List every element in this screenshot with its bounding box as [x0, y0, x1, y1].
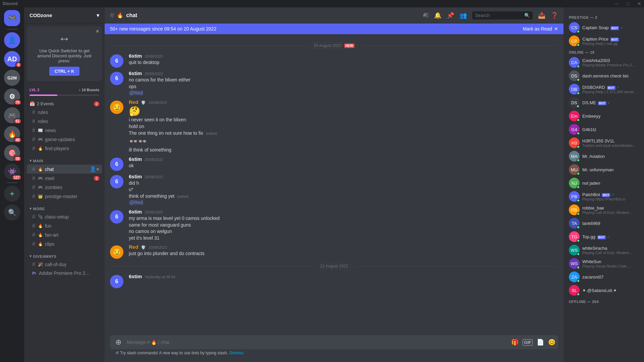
gif-icon[interactable]: GIF [523, 339, 533, 346]
new-messages-banner[interactable]: 50+ new messages since 09:54 on 20 Augus… [105, 23, 564, 34]
member-activity-h3rtl355: Traitors and loyal subordinates... [582, 143, 639, 147]
mark-as-read-button[interactable]: Mark as Read ✕ [523, 26, 558, 32]
member-dsme[interactable]: DS DS.ME BOT ✓ [566, 96, 641, 109]
msg-did-h: did h [129, 180, 558, 187]
hashtag-icon[interactable]: #⃣ [423, 12, 429, 19]
channel-name-mwii: mwii [45, 176, 54, 181]
channel-item-rules[interactable]: # rules [27, 108, 102, 117]
quick-switcher-close[interactable]: ✕ [96, 29, 99, 34]
channel-item-news[interactable]: # 📰 news [27, 126, 102, 135]
member-tank6969[interactable]: TA tank6969 [566, 217, 641, 230]
member-satansloli[interactable]: SL ✦.@SatansLoli.✦ [566, 284, 641, 297]
member-info-mr-aviation: Mr. Aviation [582, 154, 639, 159]
member-caption-price[interactable]: CP Caption Price BOT Playing /help | car… [566, 34, 641, 48]
member-info-whitesun: WhiteSun Playing Visual Studio Code ... [582, 259, 639, 268]
member-topgg[interactable]: TG Top.gg BOT ✓ [566, 230, 641, 243]
member-whitesun[interactable]: WS WhiteSun Playing Visual Studio Code .… [566, 257, 641, 270]
minimize-button[interactable]: ─ [615, 1, 619, 6]
channel-item-mwii[interactable]: # 🎮 mwii 1 [27, 174, 102, 183]
member-captain-soap[interactable]: CS Captain Soap BOT ✓ [566, 21, 641, 34]
search-bar[interactable]: 🔍 [472, 11, 533, 19]
verified-badge: ✓ [620, 25, 624, 30]
message-input-field[interactable] [127, 336, 508, 349]
channel-item-adobe-premiere[interactable]: Pr Adobe Premiere Pro 2... [27, 269, 102, 277]
channel-item-chat[interactable]: # 🔥 chat 👤+ [27, 165, 102, 174]
search-input[interactable] [475, 13, 522, 18]
member-info-tank6969: tank6969 [582, 221, 639, 226]
server-icon-user1[interactable]: 👤 [4, 32, 20, 48]
member-dash-services[interactable]: DS dash.services check bio [566, 69, 641, 82]
channel-item-prestige-master[interactable]: # 👑 prestige-master [27, 192, 102, 201]
member-embeeyy[interactable]: Em Embeeyy [566, 109, 641, 123]
member-name-coolarka: CoolArka2003 [582, 58, 639, 63]
add-server-button[interactable]: + [4, 186, 20, 202]
sticker-icon[interactable]: 📄 [537, 339, 544, 346]
server-icon-s3[interactable]: 🔥 40 [4, 126, 20, 142]
member-mr-aviation[interactable]: MA Mr. Aviation [566, 149, 641, 163]
channel-item-call-of-duy[interactable]: # 🎉 call-of-duy [27, 260, 102, 269]
gift-icon[interactable]: 🎁 [511, 339, 519, 346]
member-h3rtl355[interactable]: H3 H3RTL355 3V1L Traitors and loyal subo… [566, 136, 641, 149]
member-disboard[interactable]: DB DISBOARD BOT ✓ Playing /help | 1,371,… [566, 82, 641, 96]
channel-item-roles[interactable]: # roles [27, 117, 102, 126]
server-icon-s5[interactable]: 👾 127 [4, 164, 20, 180]
member-zacaroni[interactable]: ZA zacaroni07 [566, 270, 641, 284]
inbox-icon[interactable]: 📥 [538, 12, 545, 19]
category-more[interactable]: ▾ MORE [24, 201, 105, 212]
member-coolarka[interactable]: CA CoolArka2003 Playing Adobe Premiere P… [566, 56, 641, 69]
avatar-tank6969: TA [569, 218, 580, 229]
messages-area[interactable]: 20 August 2022 NEW 6 6stim 20/08/2022 qu… [105, 34, 564, 335]
new-badge: NEW [344, 44, 355, 48]
msg-no-camos: no camos for the blixen either [129, 77, 558, 83]
server-header[interactable]: CODzone ▾ [24, 7, 105, 23]
dismiss-link[interactable]: Dismiss [229, 351, 244, 355]
search-icon: 🔍 [524, 13, 530, 18]
attach-button[interactable]: ⊕ [113, 335, 124, 349]
server-icon-ad[interactable]: AD 8 [4, 51, 20, 67]
member-g4b1tz[interactable]: G4 G4b1tz [566, 123, 641, 136]
msg-glasses-emoji: 👓👓 [129, 136, 558, 147]
member-info-satansloli: ✦.@SatansLoli.✦ [582, 288, 639, 293]
author-6stim-2: 6stim [129, 70, 142, 76]
help-icon[interactable]: ❓ [551, 12, 558, 19]
member-whitesiracha[interactable]: WS whiteSiracha Playing Call of Duty: Mo… [566, 243, 641, 257]
server-icon-g2m[interactable]: G2M [4, 70, 20, 86]
channel-item-clips[interactable]: # 🔥 clips [27, 240, 102, 248]
maximize-button[interactable]: □ [627, 1, 629, 6]
events-row[interactable]: 📅 2 Events 2 [24, 100, 105, 108]
channel-name-find-players: find-players [45, 146, 69, 151]
boost-bar [24, 93, 105, 100]
member-not-jaden[interactable]: NJ not jaden [566, 176, 641, 190]
emoji-icon[interactable]: 😊 [548, 339, 555, 346]
channel-item-zombies[interactable]: # 🎮 zombies [27, 183, 102, 192]
server-icon-s2[interactable]: 🎮 61 [4, 107, 20, 123]
author-6stim-3: 6stim [129, 156, 142, 162]
member-mr-unfunnyman[interactable]: MU Mr. unfunnyman [566, 163, 641, 176]
explore-button[interactable]: 🔍 [4, 204, 20, 221]
channel-item-find-players[interactable]: # 🔥 find-players [27, 144, 102, 153]
app-name: Discord [3, 1, 18, 6]
member-robbie-bae[interactable]: RB robbie_bae Playing Call of Duty: Mode… [566, 203, 641, 217]
server-icon-s4[interactable]: 🎯 35 [4, 145, 20, 161]
discord-home-icon[interactable]: 🎮 [4, 10, 20, 26]
pin-icon[interactable]: 📌 [447, 12, 454, 19]
quick-switcher-shortcut[interactable]: CTRL + K [49, 67, 80, 76]
status-whitesun [577, 266, 580, 269]
hash-icon: # [32, 166, 35, 172]
message-content-5: 6stim 20/08/2022 did h u* think of somet… [129, 174, 558, 206]
member-activity-caption-price: Playing /help | carl.gg [582, 42, 639, 46]
channel-item-fan-art[interactable]: # 🔥 fan-art [27, 231, 102, 239]
channel-item-class-setup[interactable]: # 📎 class-setup [27, 213, 102, 221]
add-user-icon[interactable]: 👤+ [90, 166, 99, 172]
main-content: # 🔥 chat #⃣ 🔔 📌 👥 🔍 📥 ❓ [105, 7, 564, 362]
notification-icon[interactable]: 🔔 [434, 12, 441, 19]
members-icon[interactable]: 👥 [460, 12, 467, 19]
channel-item-fun[interactable]: # 🔥 fun [27, 222, 102, 230]
category-main[interactable]: ▾ MAIN [24, 153, 105, 164]
category-giveaways[interactable]: ▾ GIVEAWAYS [24, 249, 105, 260]
server-icon-s1[interactable]: ⚙ 75 [4, 88, 20, 105]
channel-item-game-updates[interactable]: # 🎮 game-updates [27, 135, 102, 144]
avatar-g4b1tz: G4 [569, 124, 580, 135]
member-patchbot[interactable]: PB PatchBot BOT ✓ Playing https://PatchB… [566, 190, 641, 203]
close-button[interactable]: ✕ [637, 1, 641, 6]
